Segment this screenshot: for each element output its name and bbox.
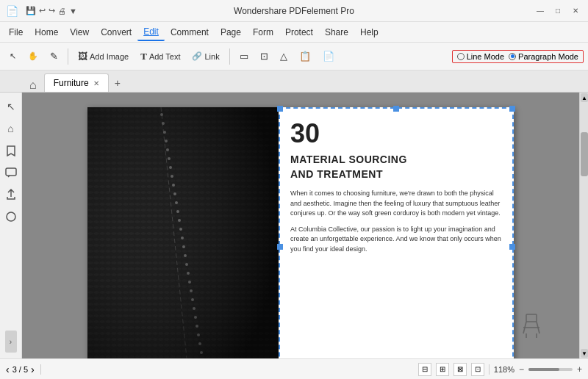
menu-home[interactable]: Home [29,24,64,40]
page-navigation: ‹ 3 / 5 › [6,364,35,375]
shape-tool-button[interactable]: △ [275,48,293,65]
handle-tl[interactable] [277,106,283,112]
window-controls: — □ ✕ [534,4,582,18]
doc2-tool-button[interactable]: 📄 [318,48,340,65]
nav-prev-button[interactable]: ‹ [6,364,10,375]
hand-icon: ✋ [28,51,38,61]
toolbar-more-icon[interactable]: ▼ [69,7,77,15]
svg-rect-0 [6,168,16,176]
chair-svg [520,313,542,339]
main-area: ↖ ⌂ › [0,93,588,358]
scroll-up-button[interactable]: ▲ [581,93,588,102]
add-image-label: Add Image [90,52,129,61]
handle-tm[interactable] [393,106,399,112]
tab-close-button[interactable]: ✕ [93,79,99,87]
menu-protect[interactable]: Protect [279,24,319,40]
tab-bar: ⌂ Furniture ✕ + [0,71,588,93]
rect-tool-button[interactable]: ▭ [234,48,254,65]
home-nav-icon[interactable]: ⌂ [26,79,40,92]
scroll-thumb[interactable] [581,132,588,176]
menu-file[interactable]: File [3,24,29,40]
svg-point-1 [7,212,15,221]
page-photo [87,107,279,358]
edit-icon: ✎ [50,51,58,62]
maximize-button[interactable]: □ [551,4,564,18]
cursor-tool-button[interactable]: ↖ [4,48,21,64]
sidebar-collapse-button[interactable]: › [5,331,17,353]
line-mode-option[interactable]: Line Mode [457,52,504,61]
add-image-button[interactable]: 🖼 Add Image [73,48,134,65]
toolbar-print-icon[interactable]: 🖨 [58,7,66,15]
hand-tool-button[interactable]: ✋ [23,48,43,64]
toolbar-redo-icon[interactable]: ↪ [49,6,55,15]
pdf-heading-line1: MATERIAL SOURCING [290,154,407,165]
scrollbar[interactable]: ▲ ▼ [579,93,588,358]
sidebar-circle-icon[interactable] [3,209,19,225]
pdf-heading: MATERIAL SOURCING AND TREATMENT [290,153,502,181]
status-separator [40,364,41,375]
pdf-canvas: 30 MATERIAL SOURCING AND TREATMENT When … [22,93,579,358]
menu-page[interactable]: Page [215,24,247,40]
doc2-icon: 📄 [323,51,334,62]
paragraph-mode-radio[interactable] [509,53,516,60]
sidebar-comment-icon[interactable] [3,165,19,181]
sidebar-attachment-icon[interactable] [3,187,19,203]
view-grid-button[interactable]: ⊠ [453,363,467,376]
menu-help[interactable]: Help [354,24,384,40]
line-mode-radio[interactable] [457,53,465,60]
status-right: ⊟ ⊞ ⊠ ⊡ 118% − + [418,363,582,376]
toolbar-separator-2 [229,48,230,65]
link-button[interactable]: 🔗 Link [187,48,224,64]
pdf-page-number: 30 [290,120,502,147]
tab-add-button[interactable]: + [109,74,126,92]
paragraph-mode-option[interactable]: Paragraph Mode [509,52,578,61]
page-text-area[interactable]: 30 MATERIAL SOURCING AND TREATMENT When … [279,107,514,358]
svg-rect-38 [526,314,537,322]
menu-share[interactable]: Share [319,24,354,40]
crop-icon: ⊡ [260,51,268,62]
zoom-out-button[interactable]: − [519,364,524,375]
menu-comment[interactable]: Comment [165,24,215,40]
toolbar-quick-save-icon[interactable]: 💾 [26,6,36,15]
sidebar-cursor-icon[interactable]: ↖ [3,98,19,115]
handle-mr[interactable] [509,244,515,250]
app-logo-icon: 📄 [6,5,18,17]
leather-svg [87,107,279,358]
pdf-heading-line2: AND TREATMENT [290,168,383,180]
pdf-page: 30 MATERIAL SOURCING AND TREATMENT When … [87,107,514,358]
menu-view[interactable]: View [64,24,95,40]
edit-tool-button[interactable]: ✎ [45,48,63,65]
svg-rect-37 [87,107,279,358]
toolbar-undo-icon[interactable]: ↩ [39,6,46,15]
tab-furniture[interactable]: Furniture ✕ [44,73,109,92]
nav-next-button[interactable]: › [31,364,35,375]
view-single-button[interactable]: ⊟ [418,363,431,376]
crop-tool-button[interactable]: ⊡ [255,48,273,65]
title-bar: 📄 💾 ↩ ↪ 🖨 ▼ Wondershare PDFelement Pro —… [0,0,588,22]
zoom-in-button[interactable]: + [577,364,582,375]
status-bar: ‹ 3 / 5 › ⊟ ⊞ ⊠ ⊡ 118% − + [0,358,588,379]
menu-edit[interactable]: Edit [137,24,165,41]
minimize-button[interactable]: — [534,4,547,18]
handle-tr[interactable] [509,106,515,112]
menu-form[interactable]: Form [247,24,279,40]
close-button[interactable]: ✕ [569,4,582,18]
view-fit-button[interactable]: ⊡ [471,363,484,376]
leather-texture [87,107,279,358]
menu-convert[interactable]: Convert [95,24,137,40]
zoom-slider[interactable] [528,368,573,371]
page-total: 5 [24,365,28,374]
chair-cursor-icon [520,313,542,344]
sidebar-bookmark-icon[interactable] [3,142,19,159]
scroll-down-button[interactable]: ▼ [581,349,588,358]
view-double-button[interactable]: ⊞ [436,363,449,376]
text-icon: T [140,51,147,62]
add-text-button[interactable]: T Add Text [135,48,185,65]
zoom-slider-fill [528,368,559,371]
sidebar-home-icon[interactable]: ⌂ [3,120,19,137]
zoom-level-label: 118% [494,365,514,374]
handle-ml[interactable] [277,244,283,250]
line-mode-label: Line Mode [467,52,504,61]
page-current: 3 [12,365,17,374]
doc-tool-button[interactable]: 📋 [294,48,316,65]
